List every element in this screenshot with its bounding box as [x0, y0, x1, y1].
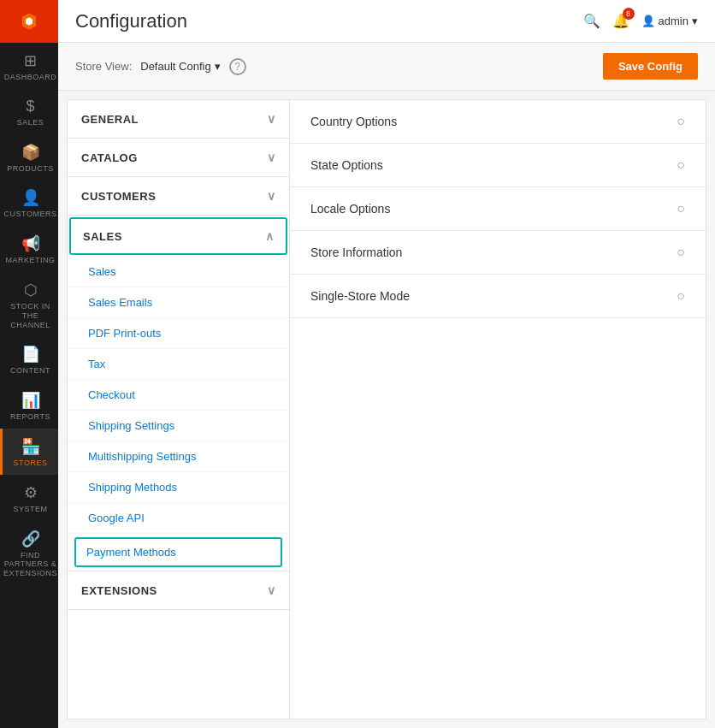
reports-icon: 📊 — [21, 391, 40, 410]
sidebar-label-stores: STORES — [14, 459, 48, 468]
menu-item-pdf-printouts[interactable]: PDF Print-outs — [68, 318, 289, 349]
sidebar-label-content: CONTENT — [10, 366, 50, 376]
store-view-dropdown[interactable]: Default Config ▾ — [140, 60, 220, 73]
sidebar-item-stock[interactable]: ⬡ STOCK IN THE CHANNEL — [0, 272, 58, 336]
notifications-button[interactable]: 🔔 8 — [612, 13, 629, 29]
config-item-locale-options[interactable]: Locale Options ○ — [290, 187, 706, 231]
notification-count: 8 — [623, 8, 635, 20]
top-actions: 🔍 🔔 8 👤 admin ▾ — [583, 13, 698, 29]
config-title-store-information: Store Information — [310, 246, 402, 259]
sidebar-nav: ⊞ DASHBOARD $ SALES 📦 PRODUCTS 👤 CUSTOME… — [0, 0, 58, 728]
menu-item-shipping-settings[interactable]: Shipping Settings — [68, 411, 289, 441]
menu-section-catalog: CATALOG ∨ — [68, 139, 289, 177]
config-item-state-options[interactable]: State Options ○ — [290, 144, 706, 187]
menu-section-extensions: EXTENSIONS ∨ — [68, 571, 289, 610]
config-title-country-options: Country Options — [310, 115, 397, 128]
sidebar-label-reports: REPORTS — [10, 412, 50, 422]
left-menu: GENERAL ∨ CATALOG ∨ CUSTOMERS ∨ — [68, 100, 290, 719]
menu-section-sales: SALES ∧ Sales Sales Emails PDF Print-out… — [68, 217, 289, 571]
menu-label-catalog: CATALOG — [81, 151, 138, 164]
store-view-bar: Store View: Default Config ▾ ? Save Conf… — [58, 43, 715, 91]
top-bar: Configuration 🔍 🔔 8 👤 admin ▾ — [58, 0, 715, 43]
menu-subitems-sales: Sales Sales Emails PDF Print-outs Tax Ch… — [68, 257, 289, 567]
sidebar-item-stores[interactable]: 🏪 STORES — [0, 429, 58, 475]
menu-item-sales[interactable]: Sales — [68, 257, 289, 287]
menu-header-catalog[interactable]: CATALOG ∨ — [68, 139, 289, 176]
sidebar-item-products[interactable]: 📦 PRODUCTS — [0, 134, 58, 181]
menu-label-extensions: EXTENSIONS — [81, 584, 157, 597]
expand-icon-single-store-mode: ○ — [677, 288, 685, 304]
sidebar-label-system: SYSTEM — [13, 505, 47, 514]
menu-item-tax[interactable]: Tax — [68, 349, 289, 380]
config-item-store-information[interactable]: Store Information ○ — [290, 231, 706, 275]
sidebar-label-customers: CUSTOMERS — [4, 210, 57, 219]
sidebar-item-system[interactable]: ⚙ SYSTEM — [0, 475, 58, 521]
sidebar-item-reports[interactable]: 📊 REPORTS — [0, 382, 58, 429]
config-item-country-options[interactable]: Country Options ○ — [290, 100, 706, 144]
admin-user-menu[interactable]: 👤 admin ▾ — [641, 15, 698, 27]
extensions-icon: 🔗 — [21, 530, 40, 548]
store-view-left: Store View: Default Config ▾ ? — [75, 58, 246, 75]
menu-item-payment-methods[interactable]: Payment Methods — [74, 537, 282, 567]
sidebar-item-extensions[interactable]: 🔗 FIND PARTNERS & EXTENSIONS — [0, 521, 58, 585]
menu-header-extensions[interactable]: EXTENSIONS ∨ — [68, 571, 289, 609]
menu-item-sales-emails[interactable]: Sales Emails — [68, 287, 289, 318]
expand-icon-state-options: ○ — [677, 157, 685, 173]
admin-dropdown-icon: ▾ — [692, 15, 698, 27]
admin-icon: 👤 — [641, 15, 655, 27]
menu-label-customers: CUSTOMERS — [81, 190, 156, 203]
config-title-state-options: State Options — [310, 158, 383, 172]
menu-label-general: GENERAL — [81, 113, 139, 126]
system-icon: ⚙ — [24, 483, 38, 502]
sidebar-item-dashboard[interactable]: ⊞ DASHBOARD — [0, 43, 58, 89]
menu-item-google-api[interactable]: Google API — [68, 503, 289, 534]
expand-icon-locale-options: ○ — [677, 201, 685, 216]
sidebar-label-sales: SALES — [17, 118, 44, 127]
sidebar-item-customers[interactable]: 👤 CUSTOMERS — [0, 180, 58, 226]
menu-item-shipping-methods[interactable]: Shipping Methods — [68, 472, 289, 503]
page-title: Configuration — [75, 10, 187, 33]
admin-label: admin — [659, 15, 688, 27]
menu-item-checkout[interactable]: Checkout — [68, 380, 289, 411]
chevron-sales: ∧ — [265, 229, 275, 243]
customers-icon: 👤 — [21, 188, 40, 207]
store-view-arrow: ▾ — [215, 60, 221, 73]
menu-header-general[interactable]: GENERAL ∨ — [68, 100, 289, 138]
expand-icon-store-information: ○ — [677, 245, 685, 260]
stores-icon: 🏪 — [21, 437, 40, 456]
dashboard-icon: ⊞ — [24, 51, 37, 70]
chevron-extensions: ∨ — [267, 583, 276, 597]
expand-icon-country-options: ○ — [677, 114, 685, 129]
config-item-single-store-mode[interactable]: Single-Store Mode ○ — [290, 275, 706, 318]
menu-item-multishipping-settings[interactable]: Multishipping Settings — [68, 441, 289, 472]
sidebar-label-stock: STOCK IN THE CHANNEL — [6, 302, 55, 329]
sidebar-label-products: PRODUCTS — [7, 164, 54, 174]
store-view-value: Default Config — [140, 60, 210, 73]
save-config-button[interactable]: Save Config — [603, 53, 698, 80]
config-title-single-store-mode: Single-Store Mode — [310, 289, 410, 303]
menu-section-general: GENERAL ∨ — [68, 100, 289, 139]
sidebar-item-content[interactable]: 📄 CONTENT — [0, 336, 58, 382]
chevron-customers: ∨ — [267, 189, 276, 203]
sidebar-label-dashboard: DASHBOARD — [4, 73, 57, 82]
store-view-label: Store View: — [75, 60, 132, 73]
app-logo[interactable] — [0, 0, 58, 43]
stock-icon: ⬡ — [24, 281, 38, 299]
sidebar-item-marketing[interactable]: 📢 MARKETING — [0, 226, 58, 272]
content-area: GENERAL ∨ CATALOG ∨ CUSTOMERS ∨ — [67, 99, 706, 719]
marketing-icon: 📢 — [21, 234, 40, 253]
search-button[interactable]: 🔍 — [583, 13, 600, 29]
products-icon: 📦 — [21, 143, 40, 162]
main-content: Configuration 🔍 🔔 8 👤 admin ▾ Store View… — [58, 0, 715, 728]
config-title-locale-options: Locale Options — [310, 202, 390, 216]
sidebar-label-extensions: FIND PARTNERS & EXTENSIONS — [3, 551, 57, 578]
sales-icon: $ — [26, 98, 34, 115]
menu-header-customers[interactable]: CUSTOMERS ∨ — [68, 177, 289, 215]
chevron-general: ∨ — [267, 112, 276, 126]
chevron-catalog: ∨ — [267, 151, 276, 164]
help-button[interactable]: ? — [229, 58, 246, 75]
menu-section-customers: CUSTOMERS ∨ — [68, 177, 289, 216]
menu-header-sales[interactable]: SALES ∧ — [69, 217, 287, 255]
sidebar-item-sales[interactable]: $ SALES — [0, 89, 58, 134]
content-icon: 📄 — [21, 345, 40, 364]
